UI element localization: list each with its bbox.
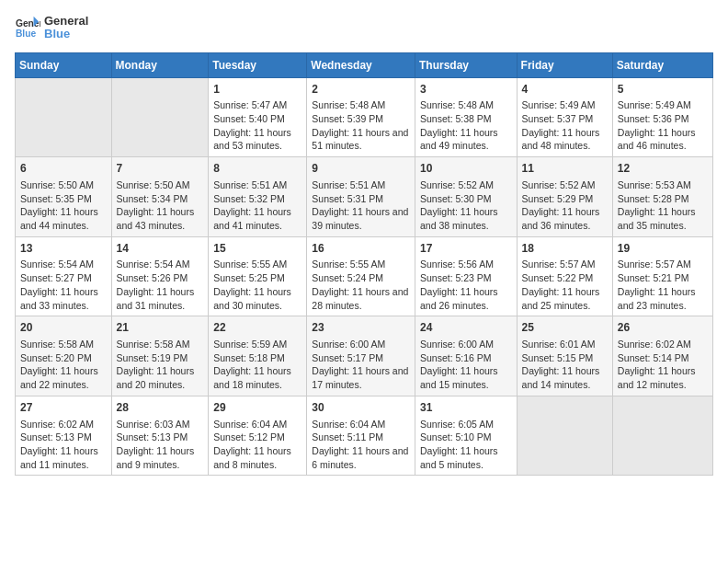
day-number: 6 — [20, 161, 107, 177]
day-info: Sunrise: 6:05 AMSunset: 5:10 PMDaylight:… — [420, 418, 512, 472]
svg-text:Blue: Blue — [16, 29, 37, 40]
calendar-header: SundayMondayTuesdayWednesdayThursdayFrid… — [16, 52, 713, 77]
day-info: Sunrise: 5:55 AMSunset: 5:24 PMDaylight:… — [312, 258, 410, 312]
calendar-cell: 15Sunrise: 5:55 AMSunset: 5:25 PMDayligh… — [209, 236, 307, 316]
calendar-cell: 9Sunrise: 5:51 AMSunset: 5:31 PMDaylight… — [307, 157, 415, 237]
day-number: 27 — [20, 400, 107, 416]
logo-icon: General Blue — [15, 15, 40, 40]
day-info: Sunrise: 6:00 AMSunset: 5:16 PMDaylight:… — [420, 338, 512, 392]
day-info: Sunrise: 5:48 AMSunset: 5:39 PMDaylight:… — [312, 98, 410, 153]
calendar-cell — [16, 77, 112, 157]
day-info: Sunrise: 5:55 AMSunset: 5:25 PMDaylight:… — [213, 258, 301, 312]
calendar-week-2: 13Sunrise: 5:54 AMSunset: 5:27 PMDayligh… — [16, 236, 713, 316]
calendar-cell: 11Sunrise: 5:52 AMSunset: 5:29 PMDayligh… — [517, 157, 612, 237]
day-number: 19 — [618, 241, 708, 257]
page-header: General Blue General Blue — [15, 15, 713, 41]
day-number: 4 — [522, 82, 608, 98]
calendar-week-1: 6Sunrise: 5:50 AMSunset: 5:35 PMDaylight… — [16, 157, 713, 237]
day-number: 23 — [312, 320, 410, 336]
day-number: 14 — [117, 241, 204, 257]
day-number: 26 — [618, 320, 708, 336]
logo-line1: General — [44, 15, 88, 28]
day-info: Sunrise: 6:02 AMSunset: 5:13 PMDaylight:… — [20, 418, 107, 472]
day-info: Sunrise: 5:52 AMSunset: 5:30 PMDaylight:… — [420, 178, 512, 233]
calendar-cell: 16Sunrise: 5:55 AMSunset: 5:24 PMDayligh… — [307, 236, 415, 316]
day-info: Sunrise: 5:49 AMSunset: 5:36 PMDaylight:… — [618, 98, 708, 153]
day-info: Sunrise: 5:56 AMSunset: 5:23 PMDaylight:… — [420, 258, 512, 312]
day-number: 21 — [117, 320, 204, 336]
calendar-cell: 10Sunrise: 5:52 AMSunset: 5:30 PMDayligh… — [415, 157, 517, 237]
day-info: Sunrise: 5:53 AMSunset: 5:28 PMDaylight:… — [618, 178, 708, 233]
header-cell-wednesday: Wednesday — [307, 52, 415, 77]
header-cell-monday: Monday — [111, 52, 209, 77]
day-number: 8 — [213, 161, 301, 177]
calendar-body: 1Sunrise: 5:47 AMSunset: 5:40 PMDaylight… — [16, 77, 713, 476]
day-info: Sunrise: 5:58 AMSunset: 5:19 PMDaylight:… — [117, 338, 204, 392]
calendar-cell: 26Sunrise: 6:02 AMSunset: 5:14 PMDayligh… — [612, 316, 712, 396]
calendar-cell: 5Sunrise: 5:49 AMSunset: 5:36 PMDaylight… — [612, 77, 712, 157]
day-info: Sunrise: 5:57 AMSunset: 5:22 PMDaylight:… — [522, 258, 608, 312]
day-number: 1 — [213, 82, 301, 98]
day-info: Sunrise: 6:04 AMSunset: 5:11 PMDaylight:… — [312, 418, 410, 472]
day-number: 17 — [420, 241, 512, 257]
calendar-cell: 13Sunrise: 5:54 AMSunset: 5:27 PMDayligh… — [16, 236, 112, 316]
day-info: Sunrise: 5:54 AMSunset: 5:26 PMDaylight:… — [117, 258, 204, 312]
day-info: Sunrise: 6:03 AMSunset: 5:13 PMDaylight:… — [117, 418, 204, 472]
day-number: 12 — [618, 161, 708, 177]
day-info: Sunrise: 5:54 AMSunset: 5:27 PMDaylight:… — [20, 258, 107, 312]
calendar-cell — [612, 396, 712, 476]
calendar-cell: 25Sunrise: 6:01 AMSunset: 5:15 PMDayligh… — [517, 316, 612, 396]
day-info: Sunrise: 6:04 AMSunset: 5:12 PMDaylight:… — [213, 418, 301, 472]
day-info: Sunrise: 5:57 AMSunset: 5:21 PMDaylight:… — [618, 258, 708, 312]
calendar-cell: 27Sunrise: 6:02 AMSunset: 5:13 PMDayligh… — [16, 396, 112, 476]
day-info: Sunrise: 5:59 AMSunset: 5:18 PMDaylight:… — [213, 338, 301, 392]
day-info: Sunrise: 5:50 AMSunset: 5:35 PMDaylight:… — [20, 178, 107, 233]
calendar-cell: 20Sunrise: 5:58 AMSunset: 5:20 PMDayligh… — [16, 316, 112, 396]
calendar-cell: 7Sunrise: 5:50 AMSunset: 5:34 PMDaylight… — [111, 157, 209, 237]
header-row: SundayMondayTuesdayWednesdayThursdayFrid… — [16, 52, 713, 77]
calendar-table: SundayMondayTuesdayWednesdayThursdayFrid… — [15, 52, 713, 477]
calendar-cell: 22Sunrise: 5:59 AMSunset: 5:18 PMDayligh… — [209, 316, 307, 396]
day-number: 25 — [522, 320, 608, 336]
calendar-cell — [111, 77, 209, 157]
day-number: 15 — [213, 241, 301, 257]
calendar-cell: 19Sunrise: 5:57 AMSunset: 5:21 PMDayligh… — [612, 236, 712, 316]
calendar-cell: 17Sunrise: 5:56 AMSunset: 5:23 PMDayligh… — [415, 236, 517, 316]
day-number: 2 — [312, 82, 410, 98]
day-number: 5 — [618, 82, 708, 98]
calendar-cell: 14Sunrise: 5:54 AMSunset: 5:26 PMDayligh… — [111, 236, 209, 316]
calendar-week-4: 27Sunrise: 6:02 AMSunset: 5:13 PMDayligh… — [16, 396, 713, 476]
calendar-cell: 29Sunrise: 6:04 AMSunset: 5:12 PMDayligh… — [209, 396, 307, 476]
day-number: 10 — [420, 161, 512, 177]
day-number: 22 — [213, 320, 301, 336]
day-info: Sunrise: 6:01 AMSunset: 5:15 PMDaylight:… — [522, 338, 608, 392]
day-info: Sunrise: 5:49 AMSunset: 5:37 PMDaylight:… — [522, 98, 608, 153]
day-number: 28 — [117, 400, 204, 416]
logo: General Blue General Blue — [15, 15, 88, 41]
day-number: 24 — [420, 320, 512, 336]
day-number: 31 — [420, 400, 512, 416]
calendar-cell: 12Sunrise: 5:53 AMSunset: 5:28 PMDayligh… — [612, 157, 712, 237]
calendar-cell: 30Sunrise: 6:04 AMSunset: 5:11 PMDayligh… — [307, 396, 415, 476]
day-info: Sunrise: 5:52 AMSunset: 5:29 PMDaylight:… — [522, 178, 608, 233]
day-info: Sunrise: 5:50 AMSunset: 5:34 PMDaylight:… — [117, 178, 204, 233]
day-info: Sunrise: 6:00 AMSunset: 5:17 PMDaylight:… — [312, 338, 410, 392]
day-number: 30 — [312, 400, 410, 416]
calendar-cell: 23Sunrise: 6:00 AMSunset: 5:17 PMDayligh… — [307, 316, 415, 396]
calendar-cell: 21Sunrise: 5:58 AMSunset: 5:19 PMDayligh… — [111, 316, 209, 396]
day-number: 3 — [420, 82, 512, 98]
calendar-week-0: 1Sunrise: 5:47 AMSunset: 5:40 PMDaylight… — [16, 77, 713, 157]
day-number: 18 — [522, 241, 608, 257]
calendar-cell — [517, 396, 612, 476]
day-number: 7 — [117, 161, 204, 177]
calendar-cell: 18Sunrise: 5:57 AMSunset: 5:22 PMDayligh… — [517, 236, 612, 316]
day-number: 9 — [312, 161, 410, 177]
calendar-cell: 2Sunrise: 5:48 AMSunset: 5:39 PMDaylight… — [307, 77, 415, 157]
calendar-cell: 6Sunrise: 5:50 AMSunset: 5:35 PMDaylight… — [16, 157, 112, 237]
calendar-week-3: 20Sunrise: 5:58 AMSunset: 5:20 PMDayligh… — [16, 316, 713, 396]
day-info: Sunrise: 5:51 AMSunset: 5:32 PMDaylight:… — [213, 178, 301, 233]
day-number: 20 — [20, 320, 107, 336]
logo-line2: Blue — [44, 28, 88, 40]
day-info: Sunrise: 5:51 AMSunset: 5:31 PMDaylight:… — [312, 178, 410, 233]
day-number: 13 — [20, 241, 107, 257]
